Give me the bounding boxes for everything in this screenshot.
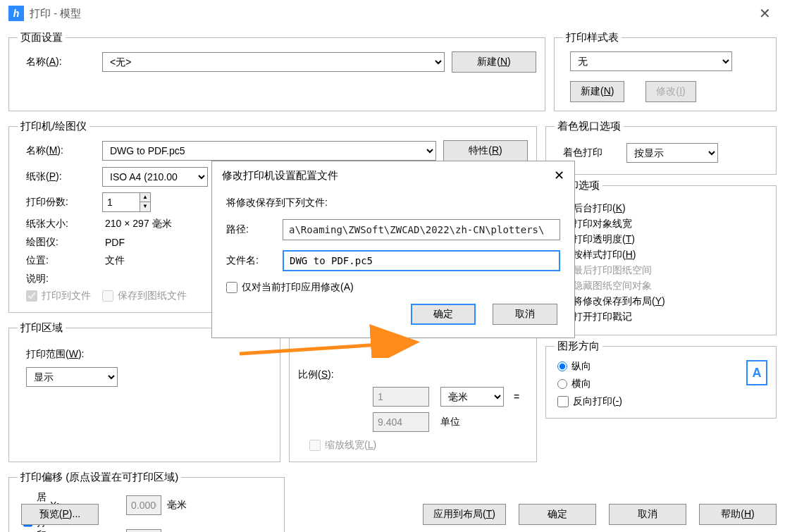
shade-print-select[interactable]: 按显示: [626, 143, 718, 163]
legend-offset: 打印偏移 (原点设置在可打印区域): [18, 471, 181, 484]
help-button[interactable]: 帮助(H): [699, 504, 777, 525]
legend-plot-style: 打印样式表: [563, 31, 622, 44]
legend-printer: 打印机/绘图仪: [18, 120, 89, 133]
fieldset-plot-style: 打印样式表 无 新建(N) 修改(I): [554, 31, 777, 111]
scale-unit-label: 单位: [440, 416, 509, 428]
plot-style-new-button[interactable]: 新建(N): [570, 81, 624, 102]
scale-unit-select[interactable]: 毫米: [440, 387, 504, 407]
lineweights-checkbox[interactable]: 打印对象线宽: [557, 218, 767, 230]
paper-label: 纸张(P):: [18, 171, 95, 183]
save-to-layout-checkbox[interactable]: 将修改保存到布局(Y): [557, 295, 767, 308]
legend-plot-area: 打印区域: [18, 321, 66, 335]
scale-denominator-input: [373, 412, 429, 432]
printer-props-button[interactable]: 特性(R): [443, 140, 528, 161]
paper-size-label: 纸张大小:: [18, 218, 95, 230]
fieldset-orientation: 图形方向 纵向 横向 反向打印(-) A: [545, 340, 777, 419]
legend-orientation: 图形方向: [555, 340, 602, 353]
plot-range-label: 打印范围(W):: [26, 348, 89, 361]
bg-print-checkbox[interactable]: 后台打印(K): [557, 202, 767, 215]
hide-paperspace-checkbox: 隐藏图纸空间对象: [557, 280, 767, 292]
scale-numerator-input: [373, 387, 429, 407]
modal-file-label: 文件名:: [226, 254, 283, 267]
copies-spinner[interactable]: ▲▼: [140, 192, 151, 212]
legend-page-setup: 页面设置: [18, 31, 66, 44]
offset-y-input: [126, 529, 161, 532]
modal-subtitle: 将修改保存到下列文件:: [226, 197, 560, 209]
modal-title: 修改打印机设置配置文件: [222, 169, 338, 183]
portrait-radio[interactable]: 纵向: [557, 360, 591, 373]
transparency-checkbox[interactable]: 打印透明度(T): [557, 233, 767, 246]
preview-button[interactable]: 预览(P)...: [21, 504, 99, 525]
modal-file-input[interactable]: [283, 250, 560, 271]
plot-range-select[interactable]: 显示: [26, 367, 118, 387]
modal-path-input: [283, 219, 560, 240]
scale-lineweights-checkbox: 缩放线宽(L): [309, 439, 376, 452]
modal-only-current-checkbox[interactable]: 仅对当前打印应用修改(A): [226, 281, 354, 294]
page-setup-name-label: 名称(A):: [18, 56, 95, 68]
landscape-radio[interactable]: 横向: [557, 378, 591, 390]
by-style-checkbox[interactable]: 按样式打印(H): [557, 249, 767, 261]
page-setup-new-button[interactable]: 新建(N): [452, 51, 536, 73]
shade-print-label: 着色打印: [563, 147, 602, 159]
titlebar: h 打印 - 模型 ✕: [0, 0, 785, 27]
modal-close-icon[interactable]: ✕: [554, 168, 564, 183]
stamp-checkbox[interactable]: 打开打印戳记: [557, 311, 767, 323]
ok-button[interactable]: 确定: [519, 504, 596, 525]
reverse-print-checkbox[interactable]: 反向打印(-): [557, 395, 622, 408]
paper-select[interactable]: ISO A4 (210.00: [102, 167, 208, 187]
window-title: 打印 - 模型: [30, 7, 81, 20]
printer-name-select[interactable]: DWG to PDF.pc5: [102, 141, 436, 161]
fieldset-page-setup: 页面设置 名称(A): <无> 新建(N): [8, 31, 545, 111]
legend-viewport: 着色视口选项: [555, 120, 624, 133]
bottom-bar: 预览(P)... 应用到布局(T) 确定 取消 帮助(H): [8, 504, 777, 525]
fieldset-scale: x 比例(S): 毫米 = 单位: [289, 321, 537, 462]
fieldset-options: 打印选项 后台打印(K) 打印对象线宽 打印透明度(T) 按样式打印(H) 最后…: [545, 179, 777, 335]
desc-label: 说明:: [18, 273, 95, 285]
fieldset-plot-area: 打印区域 打印范围(W): 显示: [8, 321, 280, 462]
copies-input[interactable]: [102, 192, 140, 212]
copies-label: 打印份数:: [18, 196, 95, 209]
app-icon: h: [8, 6, 24, 21]
cancel-button[interactable]: 取消: [609, 504, 686, 525]
modal-printer-config: 修改打印机设置配置文件 ✕ 将修改保存到下列文件: 路径: 文件名: 仅对当前打…: [211, 161, 575, 338]
printer-name-label: 名称(M):: [18, 144, 95, 157]
plot-style-select[interactable]: 无: [570, 51, 732, 71]
equals-label: =: [514, 391, 528, 402]
orientation-icon: A: [746, 360, 767, 385]
fieldset-viewport: 着色视口选项 着色打印 按显示: [545, 120, 777, 175]
modal-ok-button[interactable]: 确定: [411, 304, 476, 325]
print-to-file-checkbox: 打印到文件: [26, 290, 91, 302]
plotter-label: 绘图仪:: [18, 236, 95, 249]
save-to-paperspace-checkbox: 保存到图纸文件: [102, 290, 187, 302]
scale-ratio-label: 比例(S):: [298, 369, 369, 381]
modal-cancel-button[interactable]: 取消: [493, 304, 557, 325]
modal-path-label: 路径:: [226, 223, 283, 236]
location-label: 位置:: [18, 254, 95, 267]
paperspace-last-checkbox: 最后打印图纸空间: [557, 264, 767, 277]
close-icon[interactable]: ✕: [753, 5, 777, 22]
plot-style-modify-button: 修改(I): [645, 81, 696, 102]
apply-layout-button[interactable]: 应用到布局(T): [423, 504, 506, 525]
page-setup-name-select[interactable]: <无>: [102, 52, 445, 72]
